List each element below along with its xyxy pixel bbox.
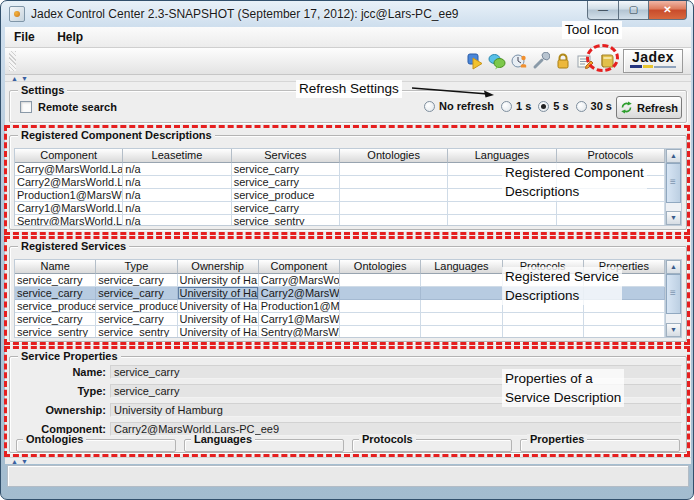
- property-label: Name:: [14, 366, 110, 378]
- refresh-icon: [620, 101, 633, 114]
- annotation-service-descriptions: Registered Service Descriptions: [502, 267, 622, 305]
- collapse-up-icon[interactable]: ▲: [11, 75, 18, 82]
- annotation-tool-icon: Tool Icon: [562, 21, 622, 39]
- group-title: Properties: [527, 434, 587, 445]
- remote-search-label: Remote search: [38, 101, 117, 113]
- refresh-options: No refresh1 s5 s30 s: [424, 100, 612, 112]
- service-property-groups: OntologiesLanguagesProtocolsProperties: [16, 439, 680, 451]
- group-title: Ontologies: [23, 434, 86, 445]
- message-note-icon[interactable]: [575, 51, 595, 71]
- radio-icon[interactable]: [538, 101, 549, 112]
- column-header[interactable]: Component: [15, 149, 123, 163]
- column-header[interactable]: Name: [15, 260, 96, 274]
- refresh-option[interactable]: 30 s: [576, 100, 612, 112]
- annotation-properties-description: Properties of a Service Description: [502, 369, 624, 407]
- collapse-down-icon[interactable]: ▼: [21, 75, 28, 82]
- column-header[interactable]: Ontologies: [340, 149, 448, 163]
- group-box-properties: Properties: [520, 439, 680, 452]
- scroll-down-icon[interactable]: ▼: [666, 211, 681, 225]
- remote-search-option[interactable]: Remote search: [20, 101, 117, 113]
- scroll-up-icon[interactable]: ▲: [666, 260, 681, 274]
- console-area: [7, 465, 689, 487]
- column-header[interactable]: Protocols: [557, 149, 665, 163]
- column-header[interactable]: Type: [96, 260, 177, 274]
- wrench-icon[interactable]: [531, 51, 551, 71]
- remote-search-checkbox[interactable]: [20, 101, 32, 113]
- column-header[interactable]: Leasetime: [123, 149, 231, 163]
- column-header[interactable]: Component: [259, 260, 340, 274]
- settings-title: Settings: [18, 84, 67, 97]
- starter-icon[interactable]: [465, 51, 485, 71]
- menu-help[interactable]: Help: [48, 27, 92, 44]
- radio-label: 1 s: [516, 100, 531, 112]
- radio-label: 30 s: [591, 100, 612, 112]
- table-row[interactable]: Sentry@MarsWorld.La...n/aservice_sentry: [15, 215, 665, 226]
- service-properties-title: Service Properties: [18, 350, 121, 363]
- radio-icon[interactable]: [501, 101, 512, 112]
- jadex-logo: Jadex: [623, 49, 683, 73]
- table-row[interactable]: service_sentryservice_sentryUniversity o…: [15, 326, 665, 338]
- scroll-up-icon[interactable]: ▲: [666, 149, 681, 163]
- component-table-scrollbar[interactable]: ▲ ▼: [665, 149, 681, 225]
- radio-label: No refresh: [439, 100, 494, 112]
- column-header[interactable]: Ownership: [178, 260, 259, 274]
- menu-file[interactable]: File: [5, 27, 44, 44]
- group-box-protocols: Protocols: [352, 439, 512, 452]
- security-lock-icon[interactable]: [553, 51, 573, 71]
- refresh-button[interactable]: Refresh: [616, 96, 682, 119]
- group-box-ontologies: Ontologies: [16, 439, 176, 452]
- toolbar-grip[interactable]: [9, 51, 16, 71]
- annotation-component-descriptions: Registered Component Descriptions: [502, 163, 647, 201]
- column-header[interactable]: Ontologies: [340, 260, 421, 274]
- collapse-up-icon[interactable]: ▲: [11, 458, 18, 465]
- table-row[interactable]: Carry1@MarsWorld.La...n/aservice_carry: [15, 202, 665, 215]
- scrollbar-thumb[interactable]: [666, 274, 681, 314]
- df-book-icon[interactable]: [597, 51, 617, 71]
- radio-icon[interactable]: [424, 101, 435, 112]
- component-descriptions-title: Registered Component Descriptions: [18, 129, 215, 142]
- property-label: Ownership:: [14, 404, 110, 416]
- app-window: Jadex Control Center 2.3-SNAPSHOT (Septe…: [0, 0, 694, 500]
- radio-label: 5 s: [553, 100, 568, 112]
- annotation-refresh-settings: Refresh Settings: [296, 80, 402, 98]
- property-label: Type:: [14, 385, 110, 397]
- toolbar: Jadex: [5, 48, 691, 75]
- minimize-icon[interactable]: —: [587, 1, 619, 20]
- close-icon[interactable]: ✕: [649, 1, 687, 20]
- column-header[interactable]: Services: [232, 149, 340, 163]
- registered-services-title: Registered Services: [18, 240, 129, 253]
- app-icon: [9, 6, 25, 22]
- scrollbar-thumb[interactable]: [666, 163, 681, 203]
- window-title: Jadex Control Center 2.3-SNAPSHOT (Septe…: [31, 7, 459, 21]
- table-row[interactable]: service_carryservice_carryUniversity of …: [15, 313, 665, 326]
- services-table-scrollbar[interactable]: ▲ ▼: [665, 260, 681, 337]
- refresh-option[interactable]: No refresh: [424, 100, 494, 112]
- scroll-down-icon[interactable]: ▼: [666, 323, 681, 337]
- column-header[interactable]: Languages: [421, 260, 502, 274]
- collapse-down-icon[interactable]: ▼: [21, 458, 28, 465]
- refresh-option[interactable]: 1 s: [501, 100, 531, 112]
- group-box-languages: Languages: [184, 439, 344, 452]
- split-divider-bottom[interactable]: ▲ ▼: [5, 457, 691, 464]
- radio-icon[interactable]: [576, 101, 587, 112]
- column-header[interactable]: Languages: [448, 149, 556, 163]
- conversation-icon[interactable]: [487, 51, 507, 71]
- group-title: Protocols: [359, 434, 416, 445]
- refresh-option[interactable]: 5 s: [538, 100, 568, 112]
- group-title: Languages: [191, 434, 255, 445]
- maximize-icon[interactable]: ▢: [619, 1, 649, 20]
- awareness-clock-icon[interactable]: [509, 51, 529, 71]
